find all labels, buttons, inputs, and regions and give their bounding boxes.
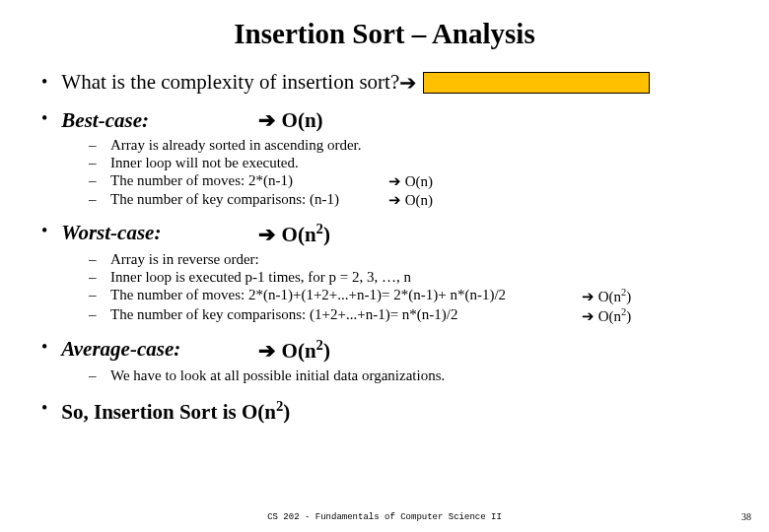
average-case-row: • Average-case: ➔ O(n2)	[41, 337, 735, 364]
dash-icon: –	[89, 155, 110, 171]
list-item: – The number of moves: 2*(n-1) ➔ O(n)	[89, 172, 735, 190]
highlight-box	[423, 72, 650, 94]
sub-text: The number of moves: 2*(n-1)	[110, 172, 388, 190]
dash-icon: –	[89, 269, 110, 286]
sub-result: ➔ O(n)	[388, 191, 433, 209]
conclusion-row: • So, Insertion Sort is O(n2)	[41, 398, 735, 425]
best-complexity-text: O(n)	[276, 108, 322, 132]
average-case-complexity: ➔ O(n2)	[258, 337, 330, 364]
arrow-icon: ➔	[388, 191, 401, 208]
complexity-exp: 2	[316, 337, 323, 353]
dash-icon: –	[89, 251, 110, 268]
bullet-dot: •	[41, 398, 47, 425]
sub-text: The number of key comparisons: (n-1)	[110, 191, 388, 209]
result-prefix: O(n	[594, 289, 621, 304]
dash-icon: –	[89, 191, 110, 209]
bullet-dot: •	[41, 108, 47, 133]
arrow-icon: ➔	[258, 223, 276, 245]
sub-result: ➔ O(n2)	[582, 287, 631, 305]
conclusion-prefix: So, Insertion Sort is O(n	[61, 400, 276, 424]
arrow-icon: ➔	[388, 172, 401, 189]
average-note-text: We have to look at all possible initial …	[110, 367, 445, 383]
result-text: O(n)	[401, 173, 433, 189]
question-bullet: • What is the complexity of insertion so…	[41, 70, 735, 95]
complexity-suffix: )	[323, 339, 330, 363]
result-text: O(n)	[401, 192, 433, 208]
dash-icon: –	[89, 287, 110, 305]
sub-text: Inner loop is executed p-1 times, for p …	[110, 269, 582, 286]
worst-case-row: • Worst-case: ➔ O(n2)	[41, 221, 735, 247]
list-item: – The number of key comparisons: (1+2+..…	[89, 306, 735, 325]
arrow-icon: ➔	[582, 307, 594, 324]
average-case-label: Average-case:	[61, 337, 258, 364]
footer-text: CS 202 - Fundamentals of Computer Scienc…	[0, 512, 769, 522]
conclusion-suffix: )	[283, 400, 290, 424]
result-suffix: )	[626, 289, 631, 304]
sub-result: ➔ O(n2)	[582, 306, 631, 325]
best-case-row: • Best-case: ➔ O(n)	[41, 108, 735, 133]
dash-icon: –	[89, 137, 110, 154]
bullet-dot: •	[41, 221, 47, 247]
worst-case-sublist: – Array is in reverse order: – Inner loo…	[89, 251, 735, 325]
conclusion-text: So, Insertion Sort is O(n2)	[61, 398, 290, 425]
dash-icon: –	[89, 367, 110, 384]
sub-text: Inner loop will not be executed.	[110, 155, 388, 171]
arrow-icon: ➔	[258, 108, 276, 131]
list-item: – The number of key comparisons: (n-1) ➔…	[89, 191, 735, 209]
sub-text: Array is already sorted in ascending ord…	[110, 137, 388, 154]
bullet-dot: •	[41, 337, 47, 364]
dash-icon: –	[89, 306, 110, 325]
complexity-exp: 2	[316, 221, 323, 236]
page-number: 38	[741, 511, 751, 522]
list-item: – The number of moves: 2*(n-1)+(1+2+...+…	[89, 287, 735, 305]
result-prefix: O(n	[594, 308, 621, 324]
sub-text: The number of moves: 2*(n-1)+(1+2+...+n-…	[110, 287, 582, 305]
sub-result: ➔ O(n)	[388, 172, 433, 190]
list-item: – Array is in reverse order:	[89, 251, 735, 268]
arrow-icon: ➔	[399, 71, 417, 95]
worst-case-label: Worst-case:	[61, 221, 258, 247]
best-case-label: Best-case:	[61, 108, 258, 133]
sub-text: The number of key comparisons: (1+2+...+…	[110, 306, 582, 325]
worst-case-complexity: ➔ O(n2)	[258, 221, 330, 247]
slide-title: Insertion Sort – Analysis	[34, 18, 735, 50]
best-case-sublist: – Array is already sorted in ascending o…	[89, 137, 735, 209]
complexity-prefix: O(n	[276, 339, 315, 363]
list-item: – Inner loop is executed p-1 times, for …	[89, 269, 735, 286]
complexity-suffix: )	[323, 223, 330, 246]
sub-text: Array is in reverse order:	[110, 251, 582, 268]
question-text: What is the complexity of insertion sort…	[61, 70, 399, 95]
result-suffix: )	[626, 308, 631, 324]
bullet-dot: •	[41, 72, 47, 93]
list-item: – Inner loop will not be executed.	[89, 155, 735, 171]
best-case-complexity: ➔ O(n)	[258, 108, 322, 133]
complexity-prefix: O(n	[276, 223, 315, 246]
average-note: –We have to look at all possible initial…	[89, 367, 735, 384]
dash-icon: –	[89, 172, 110, 190]
arrow-icon: ➔	[582, 288, 594, 304]
arrow-icon: ➔	[258, 339, 276, 362]
list-item: – Array is already sorted in ascending o…	[89, 137, 735, 154]
